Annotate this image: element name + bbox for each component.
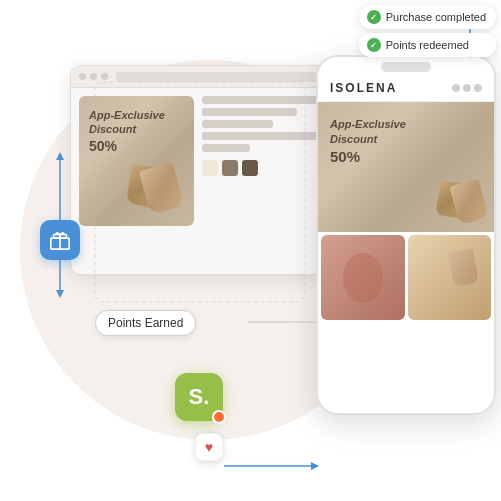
mobile-hero-image: App-Exclusive Discount 50% bbox=[318, 102, 494, 232]
mobile-status-bar bbox=[318, 57, 494, 77]
mobile-brand: ISOLENA bbox=[330, 81, 397, 95]
text-placeholder-2 bbox=[202, 108, 297, 116]
desktop-product-image: App-Exclusive Discount 50% bbox=[79, 96, 194, 226]
svg-marker-10 bbox=[311, 462, 319, 470]
desktop-product-title: App-Exclusive bbox=[89, 108, 165, 122]
mobile-dot-3 bbox=[474, 84, 482, 92]
gift-icon-box bbox=[40, 220, 80, 260]
points-earned-text: Points Earned bbox=[108, 316, 183, 330]
browser-dot-yellow bbox=[90, 73, 97, 80]
mobile-notch bbox=[381, 62, 431, 72]
text-placeholder-5 bbox=[202, 144, 250, 152]
mobile-header: ISOLENA bbox=[318, 77, 494, 102]
gift-icon bbox=[49, 229, 71, 251]
desktop-product-text: App-Exclusive Discount 50% bbox=[89, 108, 165, 155]
browser-dot-green bbox=[101, 73, 108, 80]
desktop-mockup: App-Exclusive Discount 50% bbox=[70, 65, 330, 275]
mobile-hero-text: App-Exclusive Discount 50% bbox=[330, 117, 406, 167]
mobile-dot-1 bbox=[452, 84, 460, 92]
mobile-grid-item-2 bbox=[408, 235, 492, 320]
mobile-header-dots bbox=[452, 84, 482, 92]
browser-dot-red bbox=[79, 73, 86, 80]
heart-icon-box: ♥ bbox=[195, 433, 223, 461]
browser-url-bar bbox=[116, 72, 317, 82]
points-redeemed-badge: Points redeemed bbox=[359, 33, 496, 57]
mobile-product-discount: 50% bbox=[330, 147, 406, 167]
points-redeemed-text: Points redeemed bbox=[386, 39, 469, 51]
mobile-product-subtitle: Discount bbox=[330, 132, 406, 147]
text-placeholder-4 bbox=[202, 132, 321, 140]
swatch-3[interactable] bbox=[242, 160, 258, 176]
notification-container: Purchase completed Points redeemed bbox=[359, 5, 496, 57]
purchase-check-icon bbox=[367, 10, 381, 24]
points-earned-label: Points Earned bbox=[95, 310, 196, 336]
swatch-1[interactable] bbox=[202, 160, 218, 176]
browser-content: App-Exclusive Discount 50% bbox=[71, 88, 329, 234]
purchase-completed-text: Purchase completed bbox=[386, 11, 486, 23]
mobile-dot-2 bbox=[463, 84, 471, 92]
swatch-2[interactable] bbox=[222, 160, 238, 176]
browser-bar bbox=[71, 66, 329, 88]
mobile-mockup: ISOLENA App-Exclusive Discount 50% bbox=[316, 55, 496, 415]
text-placeholder-1 bbox=[202, 96, 321, 104]
mobile-product-grid bbox=[318, 232, 494, 323]
desktop-product-subtitle: Discount bbox=[89, 122, 165, 136]
heart-icon: ♥ bbox=[205, 439, 213, 455]
desktop-right-panel bbox=[202, 96, 321, 226]
shopify-letter: S. bbox=[189, 384, 210, 410]
mobile-grid-item-1 bbox=[321, 235, 405, 320]
color-swatches bbox=[202, 160, 321, 176]
mobile-product-title: App-Exclusive bbox=[330, 117, 406, 132]
shopify-dot bbox=[212, 410, 226, 424]
text-placeholder-3 bbox=[202, 120, 273, 128]
points-check-icon bbox=[367, 38, 381, 52]
scene: App-Exclusive Discount 50% bbox=[0, 0, 501, 501]
desktop-product-discount: 50% bbox=[89, 137, 165, 155]
purchase-completed-badge: Purchase completed bbox=[359, 5, 496, 29]
shopify-icon: S. bbox=[175, 373, 223, 421]
